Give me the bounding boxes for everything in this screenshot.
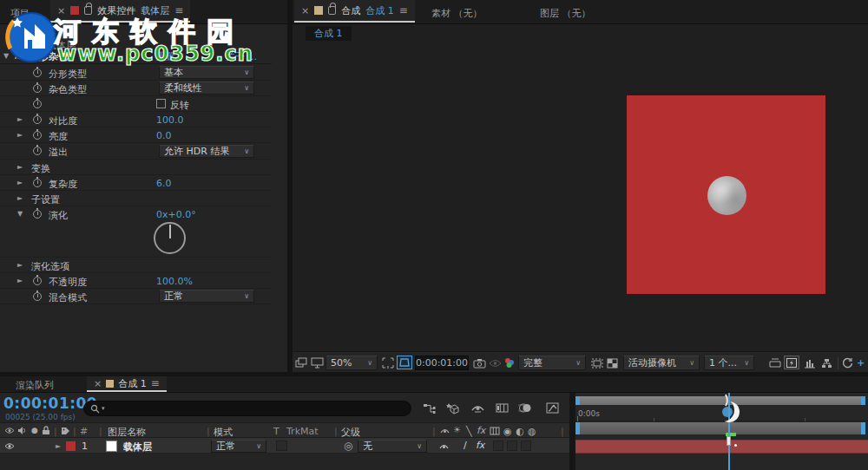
red-solid-layer[interactable] <box>627 95 825 294</box>
work-area-start-handle[interactable] <box>575 422 580 434</box>
layer-fx-icon[interactable]: fx <box>476 440 484 451</box>
transparency-grid-icon[interactable] <box>607 356 618 370</box>
work-area-end-handle[interactable] <box>861 422 865 434</box>
fractal-type-dropdown[interactable]: 基本∨ <box>159 66 254 79</box>
layer-name-column-header[interactable]: 图层名称 <box>108 426 146 439</box>
motion-blur-icon[interactable] <box>518 402 532 414</box>
snapshot-camera-icon[interactable] <box>473 356 486 370</box>
close-icon[interactable]: × <box>94 378 102 389</box>
close-icon[interactable]: × <box>301 5 309 16</box>
property-value[interactable]: 100.0% <box>156 276 193 287</box>
mask-visibility-icon[interactable] <box>397 356 412 369</box>
magnification-dropdown[interactable]: 50% ∨ <box>326 356 378 370</box>
lock-icon[interactable] <box>84 6 92 15</box>
expander-right-icon[interactable]: ► <box>17 131 23 139</box>
tab-comp-timeline[interactable]: × 合成 1 ≡ <box>87 376 167 392</box>
viewer-timecode[interactable]: 0:00:01:00 <box>415 356 469 370</box>
stopwatch-icon[interactable] <box>33 277 42 285</box>
cti-grip[interactable] <box>727 436 731 446</box>
shy-switch-icon[interactable] <box>440 427 450 435</box>
fx-switch-icon[interactable]: fx <box>477 425 485 436</box>
timeline-section-divider[interactable] <box>569 393 575 470</box>
property-value[interactable]: 0x+0.0° <box>156 209 196 220</box>
layer-quality-icon[interactable]: / <box>464 440 467 451</box>
pickwhip-icon[interactable]: ◎ <box>344 440 352 452</box>
parent-dropdown[interactable]: 无 ∨ <box>358 440 427 453</box>
resolution-dropdown[interactable]: 完整 ∨ <box>518 356 586 370</box>
expander-right-icon[interactable]: ► <box>17 277 23 284</box>
comp-flowchart-icon[interactable] <box>821 356 832 370</box>
stopwatch-icon[interactable] <box>33 210 42 219</box>
stopwatch-icon[interactable] <box>33 69 42 77</box>
fast-previews-icon[interactable] <box>784 356 799 369</box>
search-input[interactable]: ▾ <box>83 401 411 416</box>
threed-switch-icon[interactable]: ◍ <box>528 426 536 437</box>
trkmat-cell[interactable] <box>276 441 287 451</box>
navigator-end-handle[interactable] <box>861 396 865 405</box>
stopwatch-icon[interactable] <box>33 147 42 155</box>
stopwatch-icon[interactable] <box>33 131 42 140</box>
draft-3d-icon[interactable] <box>446 402 460 415</box>
layer-label-chip[interactable] <box>66 441 76 451</box>
switch-cell[interactable] <box>521 441 531 451</box>
mode-column-header[interactable]: 模式 <box>214 426 233 439</box>
frame-blending-icon[interactable] <box>496 402 509 414</box>
expander-right-icon[interactable]: ► <box>17 115 23 123</box>
layer-mode-dropdown[interactable]: 正常 ∨ <box>211 440 266 453</box>
motion-blur-switch-icon[interactable]: ◉ <box>503 426 512 437</box>
composition-mini-flowchart-icon[interactable] <box>423 403 436 415</box>
expander-right-icon[interactable]: ► <box>17 194 23 202</box>
expander-right-icon[interactable]: ► <box>17 179 23 186</box>
graph-editor-icon[interactable] <box>546 402 559 414</box>
evolution-dial[interactable] <box>154 222 186 254</box>
exposure-adjust[interactable]: + <box>857 356 865 370</box>
view-layout-dropdown[interactable]: 1 个... ∨ <box>704 356 754 370</box>
noise-type-dropdown[interactable]: 柔和线性∨ <box>159 82 254 95</box>
reset-exposure-icon[interactable] <box>842 356 853 370</box>
stopwatch-icon[interactable] <box>33 179 42 187</box>
audio-column-icon[interactable] <box>17 426 27 435</box>
composition-canvas[interactable] <box>293 42 868 351</box>
panel-menu-icon[interactable]: ≡ <box>399 4 408 16</box>
label-column-icon[interactable] <box>61 427 70 435</box>
frame-blend-switch-icon[interactable] <box>490 427 500 435</box>
collapse-switch-icon[interactable]: ☀ <box>453 425 461 434</box>
expander-down-icon[interactable]: ▼ <box>17 210 23 218</box>
expander-down-icon[interactable]: ▼ <box>3 52 9 60</box>
expander-right-icon[interactable]: ► <box>17 163 23 171</box>
row-subsettings-group[interactable]: ► 子设置 <box>0 191 272 206</box>
lock-column-icon[interactable] <box>42 426 50 435</box>
tab-project[interactable]: 项目 <box>10 7 30 20</box>
always-preview-icon[interactable] <box>295 356 307 370</box>
stopwatch-icon[interactable] <box>33 292 42 301</box>
about-link[interactable]: 关于 ... <box>226 50 257 63</box>
layer-duration-bar[interactable] <box>575 440 868 454</box>
blend-mode-dropdown[interactable]: 正常∨ <box>159 290 254 303</box>
viewer-subtab-comp[interactable]: 合成 1 <box>306 26 352 41</box>
target-region-icon[interactable] <box>591 356 603 370</box>
channel-rgb-icon[interactable] <box>503 356 516 370</box>
layer-row[interactable]: ► 1 载体层 正常 ∨ ◎ 无 ∨ / fx <box>0 438 569 454</box>
layer-expander-icon[interactable]: ► <box>56 442 61 450</box>
layer-shy-icon[interactable] <box>439 442 449 451</box>
invert-checkbox[interactable] <box>156 99 166 108</box>
quality-switch-icon[interactable]: ╲ <box>466 426 472 437</box>
lock-icon[interactable] <box>328 6 336 15</box>
region-of-interest-icon[interactable] <box>382 356 394 370</box>
switch-cell[interactable] <box>493 441 503 451</box>
stopwatch-icon[interactable] <box>33 100 42 108</box>
parent-column-header[interactable]: 父级 <box>341 426 360 439</box>
tab-layer[interactable]: 图层 （无） <box>540 7 591 20</box>
effect-name[interactable]: 分形杂色 <box>30 50 68 63</box>
t-column-header[interactable]: T <box>273 426 279 437</box>
monitor-icon[interactable] <box>311 356 324 370</box>
camera-view-dropdown[interactable]: 活动摄像机 ∨ <box>623 356 700 370</box>
eye-column-icon[interactable] <box>4 427 15 434</box>
stopwatch-icon[interactable] <box>33 115 42 124</box>
adjustment-switch-icon[interactable]: ◐ <box>516 426 524 437</box>
panel-menu-icon[interactable]: ≡ <box>151 377 160 389</box>
tab-footage[interactable]: 素材 （无） <box>431 7 483 20</box>
fractal-noise-moon[interactable] <box>707 176 746 215</box>
trkmat-column-header[interactable]: TrkMat <box>286 426 319 437</box>
layer-visibility-eye-icon[interactable] <box>4 442 15 450</box>
